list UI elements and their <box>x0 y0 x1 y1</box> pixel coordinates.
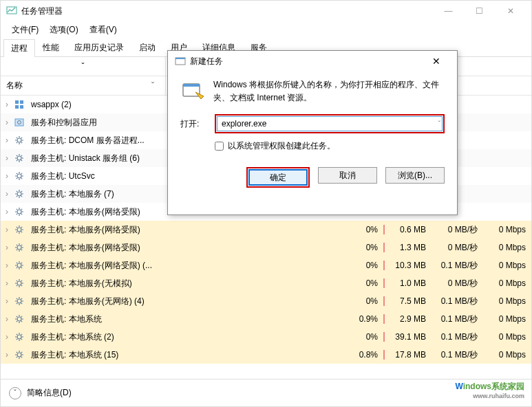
expand-icon[interactable]: › <box>1 278 13 288</box>
dialog-title-text: 新建任务 <box>190 56 223 67</box>
svg-rect-21 <box>175 58 185 59</box>
expand-icon[interactable]: › <box>1 350 13 360</box>
process-row[interactable]: ›服务主机: 本地系统0.9%2.9 MB0.1 MB/秒0 Mbps <box>1 310 531 328</box>
process-icon <box>13 349 25 361</box>
titlebar: 任务管理器 — ☐ ✕ <box>1 1 531 21</box>
process-row[interactable]: ›服务主机: 本地系统 (15)0.8%17.8 MB0.1 MB/秒0 Mbp… <box>1 346 531 364</box>
process-icon <box>13 277 25 289</box>
expand-icon[interactable]: › <box>1 171 13 181</box>
cpu-value: 0.9% <box>342 314 383 324</box>
expand-icon[interactable]: › <box>1 296 13 306</box>
process-icon <box>13 152 25 164</box>
memory-value: 0.6 MB <box>383 225 432 234</box>
expand-icon[interactable]: › <box>1 332 13 342</box>
cpu-value: 0% <box>342 278 383 288</box>
memory-value: 2.9 MB <box>383 314 432 324</box>
network-value: 0 Mbps <box>483 278 531 288</box>
memory-value: 10.3 MB <box>383 261 432 270</box>
process-row[interactable]: ›服务主机: 本地服务(网络受限)0%0.6 MB0 MB/秒0 Mbps <box>1 221 531 239</box>
ok-button[interactable]: 确定 <box>248 169 308 186</box>
dialog-close-button[interactable]: ✕ <box>423 56 450 67</box>
command-input[interactable] <box>217 116 443 131</box>
expand-icon[interactable]: › <box>1 135 13 145</box>
expand-icon[interactable]: › <box>1 225 13 234</box>
cpu-value: 0% <box>342 243 383 252</box>
menu-options[interactable]: 选项(O) <box>44 23 83 37</box>
minimize-button[interactable]: — <box>433 1 464 21</box>
process-icon <box>13 223 25 236</box>
footer: ˇ 简略信息(D) <box>1 379 531 406</box>
svg-rect-4 <box>20 105 23 109</box>
menu-view[interactable]: 查看(V) <box>84 23 123 37</box>
col-header-name[interactable]: 名称ˇ <box>1 76 166 95</box>
svg-point-18 <box>17 335 21 339</box>
cpu-value: 0% <box>342 225 383 234</box>
process-icon <box>13 116 25 129</box>
ok-highlight: 确定 <box>246 167 310 188</box>
process-icon <box>13 295 25 307</box>
svg-point-12 <box>17 228 21 232</box>
admin-checkbox[interactable] <box>215 142 224 151</box>
process-name: 服务主机: 本地系统 (15) <box>28 349 342 361</box>
process-name: 服务主机: 本地系统 (2) <box>28 331 342 343</box>
maximize-button[interactable]: ☐ <box>464 1 495 21</box>
new-task-dialog: 新建任务 ✕ Windows 将根据你所键入的名称，为你打开相应的程序、文件夹、… <box>167 50 458 215</box>
svg-point-16 <box>17 299 21 303</box>
svg-point-9 <box>17 174 21 178</box>
network-value: 0 Mbps <box>483 296 531 306</box>
tab-apphistory[interactable]: 应用历史记录 <box>67 38 131 56</box>
network-value: 0 Mbps <box>483 332 531 342</box>
brief-info-toggle[interactable]: ˇ <box>9 387 21 399</box>
menu-file[interactable]: 文件(F) <box>6 23 44 37</box>
process-icon <box>13 170 25 182</box>
input-highlight: ˇ <box>215 114 445 133</box>
tab-performance[interactable]: 性能 <box>35 38 67 56</box>
memory-value: 39.1 MB <box>383 332 432 342</box>
process-icon <box>13 134 25 146</box>
expand-icon[interactable]: › <box>1 118 13 127</box>
svg-rect-3 <box>15 105 19 109</box>
brief-info-label[interactable]: 简略信息(D) <box>27 387 72 399</box>
disk-value: 0.1 MB/秒 <box>432 314 483 325</box>
svg-point-7 <box>17 138 21 142</box>
process-name: 服务主机: 本地服务(网络受限) <box>28 242 342 254</box>
process-row[interactable]: ›服务主机: 本地服务(无网络) (4)0%7.5 MB0.1 MB/秒0 Mb… <box>1 292 531 310</box>
expand-icon[interactable]: › <box>1 100 13 109</box>
process-icon <box>13 259 25 272</box>
expand-icon[interactable]: › <box>1 207 13 217</box>
chevron-down-icon: ˇ <box>151 81 154 91</box>
svg-point-13 <box>17 245 21 250</box>
process-icon <box>13 241 25 254</box>
close-button[interactable]: ✕ <box>495 1 526 21</box>
disk-value: 0.1 MB/秒 <box>432 349 483 361</box>
dialog-description: Windows 将根据你所键入的名称，为你打开相应的程序、文件夹、文档或 Int… <box>213 78 445 104</box>
disk-value: 0.1 MB/秒 <box>432 331 483 343</box>
process-row[interactable]: ›服务主机: 本地服务(网络受限)0%1.3 MB0 MB/秒0 Mbps <box>1 239 531 256</box>
menubar: 文件(F) 选项(O) 查看(V) <box>1 21 531 38</box>
process-row[interactable]: ›服务主机: 本地服务(无模拟)0%1.0 MB0 MB/秒0 Mbps <box>1 274 531 292</box>
network-value: 0 Mbps <box>483 314 531 324</box>
tab-startup[interactable]: 启动 <box>131 38 163 56</box>
expand-icon[interactable]: › <box>1 153 13 163</box>
process-icon <box>13 188 25 200</box>
svg-point-11 <box>17 210 21 214</box>
browse-button[interactable]: 浏览(B)... <box>385 167 445 184</box>
expand-icon[interactable]: › <box>1 189 13 199</box>
process-name: 服务主机: 本地服务(无网络) (4) <box>28 296 342 307</box>
process-row[interactable]: ›服务主机: 本地系统 (2)0%39.1 MB0.1 MB/秒0 Mbps <box>1 328 531 346</box>
col-expand-toggle[interactable]: ˇ <box>1 57 166 76</box>
expand-icon[interactable]: › <box>1 261 13 270</box>
process-row[interactable]: ›服务主机: 本地服务(网络受限) (...0%10.3 MB0.1 MB/秒0… <box>1 256 531 274</box>
expand-icon[interactable]: › <box>1 314 13 324</box>
watermark: Windows系统家园 www.ruhaifu.com <box>455 380 524 399</box>
svg-point-19 <box>17 353 21 357</box>
disk-value: 0.1 MB/秒 <box>432 296 483 307</box>
cancel-button[interactable]: 取消 <box>318 167 377 184</box>
expand-icon[interactable]: › <box>1 243 13 252</box>
network-value: 0 Mbps <box>483 225 531 234</box>
cpu-value: 0% <box>342 296 383 306</box>
admin-check-label: 以系统管理权限创建此任务。 <box>228 140 335 152</box>
svg-point-10 <box>17 192 21 196</box>
memory-value: 1.3 MB <box>383 243 432 252</box>
tab-processes[interactable]: 进程 <box>3 39 35 57</box>
